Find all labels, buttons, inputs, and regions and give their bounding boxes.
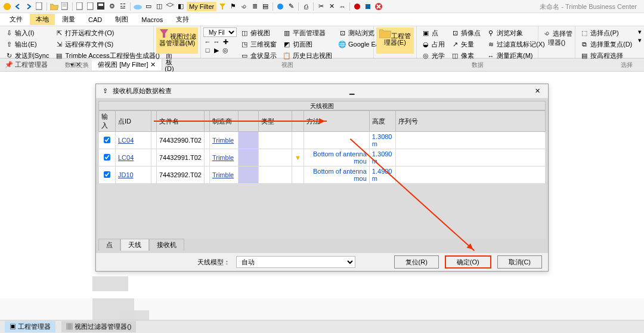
table-row[interactable]: LC04 74432990.T02 Trimble 1.3080 m xyxy=(99,132,546,149)
stop-icon[interactable] xyxy=(363,2,373,11)
row-checkbox[interactable] xyxy=(104,154,110,161)
doc2-icon[interactable] xyxy=(86,2,95,11)
optics-btn[interactable]: ◎光学 xyxy=(419,50,447,61)
tab-close-icon[interactable]: ✕ xyxy=(150,61,156,69)
open-remote-button[interactable]: ⇱打开远程文件(O) xyxy=(52,27,162,39)
dialog-close-icon[interactable]: ✕ xyxy=(531,87,543,95)
planemgr-button[interactable]: ▥平面管理器 xyxy=(280,27,335,39)
measure-icon[interactable]: ↔ xyxy=(338,2,347,11)
redo-icon[interactable] xyxy=(24,2,33,11)
3d-icon[interactable] xyxy=(165,2,175,11)
reset-button[interactable]: 复位(R) xyxy=(394,255,439,269)
save-icon[interactable] xyxy=(97,2,106,11)
doc-icon[interactable] xyxy=(75,2,85,11)
undo-icon[interactable] xyxy=(13,2,23,11)
open-icon[interactable] xyxy=(49,2,59,11)
nav2-icon[interactable]: ↔ xyxy=(212,38,221,46)
nav5-icon[interactable]: ▶ xyxy=(212,46,221,54)
cell-mfr[interactable]: Trimble xyxy=(209,166,238,184)
edit-icon[interactable] xyxy=(275,2,285,11)
sync-button[interactable]: ↻发送到Sync xyxy=(2,50,51,61)
cloud-icon[interactable] xyxy=(133,2,143,11)
col-input[interactable]: 输入 xyxy=(99,111,116,132)
new-icon[interactable] xyxy=(35,2,44,11)
layers-icon[interactable]: ≣ xyxy=(250,2,259,11)
select-mgr-button[interactable]: ꩜选择管理器() xyxy=(541,27,572,54)
more2-icon[interactable]: ▾ xyxy=(636,36,644,44)
cell-mfr[interactable]: Trimble xyxy=(209,132,238,149)
tool1-icon[interactable]: ⚙ xyxy=(107,2,117,11)
close-icon[interactable] xyxy=(374,2,383,11)
cell-mfr[interactable]: Trimble xyxy=(209,149,238,166)
3dview-button[interactable]: ◳三维视窗 xyxy=(238,39,279,50)
tool5-icon[interactable]: ◧ xyxy=(176,2,185,11)
seldup-btn[interactable]: ⧉选择重复点(D) xyxy=(578,39,634,50)
tool2-icon[interactable]: ☳ xyxy=(118,2,128,11)
save-remote-button[interactable]: ⇲远程保存文件(S) xyxy=(52,39,162,50)
cell-height[interactable]: 1.3080 m xyxy=(369,132,395,149)
filter-icon[interactable]: My Filter xyxy=(187,2,216,11)
link-icon[interactable]: ꩜ xyxy=(239,2,249,11)
tab-receiver[interactable]: 接收机 xyxy=(149,239,184,251)
table-row[interactable]: LC04 74432991.T02 Trimble ▼ Bottom of an… xyxy=(99,149,546,166)
pixel-btn[interactable]: ◫像素 xyxy=(448,50,483,61)
scissors-icon[interactable]: ✂ xyxy=(316,2,326,11)
more1-icon[interactable]: ▾ xyxy=(636,27,644,36)
flag-icon[interactable]: ⚑ xyxy=(228,2,238,11)
book-icon[interactable]: ▤ xyxy=(261,2,270,11)
output-button[interactable]: ⇧输出(E) xyxy=(2,39,51,50)
col-pointid[interactable]: 点ID xyxy=(116,111,151,132)
box-icon[interactable]: ▭ xyxy=(144,2,153,11)
menu-local[interactable]: 本地 xyxy=(30,14,55,25)
imgpoint-btn[interactable]: ⊡插像点 xyxy=(448,27,483,39)
selpoint-btn[interactable]: ⬚选择点(P) xyxy=(578,27,634,39)
status-tab-filter[interactable]: ▥ 视图过滤器管理器() xyxy=(61,321,136,332)
nav6-icon[interactable]: ◎ xyxy=(221,46,230,54)
cell-id[interactable]: LC04 xyxy=(116,132,151,149)
cancel-button[interactable]: 取消(C) xyxy=(497,255,542,269)
row-checkbox[interactable] xyxy=(104,171,110,178)
cell-id[interactable]: LC04 xyxy=(116,149,151,166)
tab-point[interactable]: 点 xyxy=(98,239,120,251)
topview-button[interactable]: ◫俯视图 xyxy=(238,27,279,39)
menu-cad[interactable]: CAD xyxy=(82,15,108,24)
menu-draw[interactable]: 制图 xyxy=(109,14,134,25)
ok-button[interactable]: 确定(O) xyxy=(445,255,491,269)
menu-support[interactable]: 支持 xyxy=(170,14,195,25)
col-height[interactable]: 高度 xyxy=(369,111,395,132)
view-filter-mgr-button[interactable]: 视图过滤器管理器(M) xyxy=(156,27,198,54)
funnel-icon[interactable] xyxy=(218,2,227,11)
rec-icon[interactable] xyxy=(352,2,362,11)
nav4-icon[interactable]: □ xyxy=(203,46,212,54)
section-button[interactable]: ◩切面图 xyxy=(280,39,335,50)
status-tab-mgr[interactable]: ▣ 工程管理器 xyxy=(5,321,55,332)
selelev-btn[interactable]: ▤按高程选择 xyxy=(578,50,634,61)
template-icon[interactable] xyxy=(60,2,70,11)
dialog-minimize-icon[interactable]: ▁ xyxy=(346,87,358,95)
project-mgr-button[interactable]: 工程管理器(E) xyxy=(376,27,414,54)
row-checkbox[interactable] xyxy=(104,137,110,143)
pencil-icon[interactable]: ✎ xyxy=(286,2,296,11)
occupy-btn[interactable]: ◒占用 xyxy=(419,39,447,50)
access-report-button[interactable]: ▤Trimble Access工程报告生成器() xyxy=(52,50,162,61)
tab-antenna[interactable]: 天线 xyxy=(120,239,149,251)
method-flag[interactable]: ▼ xyxy=(292,149,304,166)
nav3-icon[interactable]: ✚ xyxy=(221,38,230,46)
filter-select[interactable]: My Filter xyxy=(203,27,237,37)
browse-btn[interactable]: ⚲浏览对象 xyxy=(484,27,547,39)
cell-height[interactable]: 1.3090 m xyxy=(369,149,395,166)
compass-icon[interactable]: ✕ xyxy=(327,2,336,11)
menu-file[interactable]: 文件 xyxy=(4,14,29,25)
filterline-btn[interactable]: ≋过滤直线标记(X) xyxy=(484,39,547,50)
table-row[interactable]: JD10 74432992.T02 Trimble Bottom of ante… xyxy=(99,166,546,184)
input-button[interactable]: ⇩输入(I) xyxy=(2,27,51,39)
menu-survey[interactable]: 测量 xyxy=(56,14,81,25)
vector-btn[interactable]: ↗矢量 xyxy=(448,39,483,50)
model-select[interactable]: 自动 xyxy=(236,256,355,268)
col-serial[interactable]: 序列号 xyxy=(395,111,545,132)
point-btn[interactable]: ▣点 xyxy=(419,27,447,39)
print-icon[interactable]: ⎙ xyxy=(301,2,311,11)
boxview-button[interactable]: ▭盒状显示 xyxy=(238,50,279,61)
menu-macros[interactable]: Macros xyxy=(135,15,169,24)
cube-icon[interactable]: ◫ xyxy=(154,2,164,11)
